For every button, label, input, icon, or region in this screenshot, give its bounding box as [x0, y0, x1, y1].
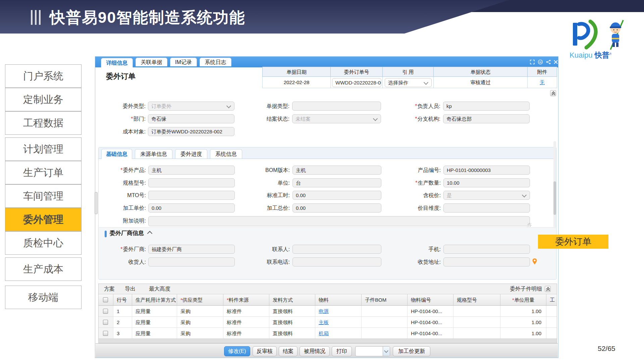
attachment-link[interactable]: 无	[540, 79, 545, 85]
grid-cell: 1	[113, 306, 132, 317]
material-link[interactable]: 主板	[319, 319, 329, 325]
price-dimension-input[interactable]	[443, 203, 530, 213]
subtab-source-doc[interactable]: 来源单信息	[135, 149, 172, 159]
sidebar-item-workshop[interactable]: 车间管理	[5, 184, 82, 208]
reference-cell: 选择操作	[383, 77, 434, 88]
sidebar-item-quality[interactable]: 质检中心	[5, 231, 82, 255]
share-icon[interactable]	[546, 59, 551, 65]
grid-col-supply-type[interactable]: 供应类型	[177, 294, 223, 306]
unapprove-button[interactable]: 反审核	[253, 346, 277, 356]
close-status-select[interactable]: 未结案	[292, 114, 381, 123]
note-textarea[interactable]	[148, 216, 530, 226]
grid-col-material[interactable]: 物料	[315, 294, 362, 306]
grid-col-unit-usage[interactable]: 单位用量	[500, 294, 546, 306]
sidebar-item-planning[interactable]: 计划管理	[5, 137, 82, 161]
outsourcing-type-select[interactable]: 订单委外	[148, 102, 234, 111]
close-case-button[interactable]: 结案	[279, 346, 298, 356]
material-link[interactable]: 机箱	[319, 330, 329, 336]
tab-system-log[interactable]: 系统日志	[200, 58, 231, 66]
page-number: 52/65	[598, 345, 615, 353]
sidebar-item-mobile[interactable]: 移动端	[5, 286, 82, 309]
row-checkbox[interactable]	[103, 309, 108, 314]
spec-model-input[interactable]	[148, 178, 235, 187]
contact-input[interactable]	[292, 245, 381, 254]
grid-col-material-source[interactable]: 料件来源	[223, 294, 269, 306]
grid-col-calc-method[interactable]: 生产耗用计算方式	[132, 294, 177, 306]
grid-col-sub-bom[interactable]: 子件BOM	[362, 294, 408, 306]
subtab-basic-info[interactable]: 基础信息	[101, 149, 132, 159]
mobile-input[interactable]	[443, 245, 530, 254]
cost-object-input[interactable]: 订单委外WWDD-20220228-002	[148, 127, 234, 136]
vertical-scrollbar[interactable]	[553, 141, 556, 228]
total-price-input[interactable]: 0.00	[292, 203, 381, 213]
sidebar-item-outsourcing[interactable]: 委外管理	[5, 208, 82, 231]
product-code-input[interactable]: HP-0101-00000003	[443, 166, 530, 175]
sidebar-item-portal[interactable]: 门户系统	[5, 64, 82, 88]
department-input[interactable]: 奇石缘	[148, 114, 234, 123]
grid-toolbar-max-height[interactable]: 最大高度	[149, 286, 170, 293]
grid-collapse-button[interactable]	[545, 286, 551, 292]
doc-type-input[interactable]	[292, 102, 381, 111]
row-checkbox[interactable]	[103, 331, 108, 336]
sidebar-item-custom[interactable]: 定制业务	[5, 88, 82, 111]
footer-combo-select[interactable]	[355, 346, 390, 356]
close-icon[interactable]	[553, 59, 558, 65]
collapse-header-button[interactable]	[550, 90, 556, 96]
order-no-input[interactable]: WWDD-20220228-002	[332, 78, 381, 87]
grid-col-issue-method[interactable]: 发料方式	[269, 294, 315, 306]
delivery-address-input[interactable]	[443, 257, 530, 266]
receiver-input[interactable]	[148, 257, 235, 266]
bom-version-input[interactable]: 主机	[292, 166, 381, 175]
unit-label: 单位:	[249, 178, 290, 188]
sidebar-item-engineering[interactable]: 工程数据	[5, 111, 82, 135]
tab-detail-info[interactable]: 详细信息	[101, 58, 133, 67]
tab-im-record[interactable]: IM记录	[170, 58, 197, 66]
branch-input[interactable]: 奇石缘总部	[443, 114, 530, 123]
im-icon[interactable]: IM	[538, 59, 543, 65]
fullscreen-icon[interactable]	[530, 59, 535, 65]
person-in-charge-input[interactable]: kp	[443, 102, 530, 111]
reference-select[interactable]: 选择操作	[385, 78, 432, 87]
production-qty-input[interactable]: 10.00	[443, 178, 530, 187]
subtab-system-info[interactable]: 系统信息	[210, 149, 242, 159]
select-all-checkbox[interactable]	[103, 297, 108, 302]
tax-included-select[interactable]: 是	[443, 191, 530, 200]
grid-col-spec[interactable]: 规格型号	[453, 294, 500, 306]
processing-price-update-button[interactable]: 加工价更新	[393, 346, 430, 356]
unit-price-input[interactable]: 0.00	[148, 203, 235, 213]
location-pin-icon[interactable]	[532, 258, 537, 265]
grid-col-material-code[interactable]: 物料编号	[408, 294, 453, 306]
horizontal-scrollbar[interactable]	[98, 339, 557, 343]
subtab-progress[interactable]: 委外进度	[175, 149, 207, 159]
std-hours-input[interactable]: 0.00	[292, 191, 381, 200]
reference-select-value: 选择操作	[388, 80, 408, 85]
grid-col-partial[interactable]: 工	[546, 294, 557, 306]
print-button[interactable]: 打印	[332, 346, 352, 356]
grid-toolbar-plan[interactable]: 方案	[104, 286, 115, 293]
chevron-up-icon[interactable]	[147, 231, 153, 236]
grid-cell: 采购	[177, 328, 223, 339]
resize-grip-icon[interactable]	[528, 223, 531, 227]
sidebar-item-cost[interactable]: 生产成本	[5, 257, 82, 281]
outsourcing-type-value: 订单委外	[151, 103, 171, 109]
material-link[interactable]: 电源	[319, 308, 329, 314]
close-status-value: 未结案	[296, 116, 311, 122]
vendor-input[interactable]: 福建委外厂商	[148, 245, 235, 254]
grid-toolbar-export[interactable]: 导出	[125, 286, 136, 293]
mto-no-input[interactable]	[148, 191, 235, 200]
chevron-down-icon[interactable]	[383, 347, 390, 356]
subcomponent-grid: 方案 导出 最大高度 委外子件明细 行号 生产耗用计算方式 供应类型 料件来源 …	[98, 284, 557, 339]
usage-button[interactable]: 被用情况	[300, 346, 330, 356]
sidebar-item-production-order[interactable]: 生产订单	[5, 161, 82, 184]
contact-phone-input[interactable]	[292, 257, 381, 266]
grid-col-line-no[interactable]: 行号	[113, 294, 132, 306]
panel-drag-handle[interactable]	[95, 192, 98, 214]
unit-input[interactable]: 台	[292, 178, 381, 187]
grid-cell	[453, 317, 500, 328]
tab-related-docs[interactable]: 关联单据	[136, 58, 167, 66]
modify-button[interactable]: 修改(E)	[224, 346, 250, 356]
row-checkbox[interactable]	[103, 320, 108, 325]
row-checkbox-cell	[99, 328, 113, 339]
mobile-label: 手机:	[393, 245, 441, 254]
product-input[interactable]: 主机	[148, 166, 235, 175]
